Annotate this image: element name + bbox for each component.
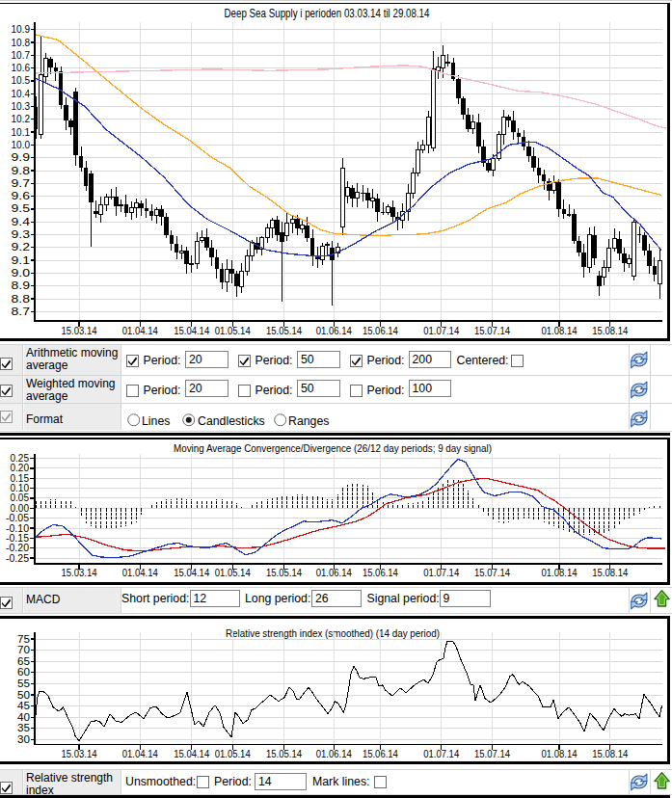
svg-text:10.0: 10.0 — [12, 139, 31, 150]
svg-text:9.3: 9.3 — [12, 228, 31, 240]
svg-text:15.07.14: 15.07.14 — [474, 325, 510, 336]
svg-text:15.08.14: 15.08.14 — [592, 325, 628, 336]
svg-text:9.9: 9.9 — [12, 151, 31, 163]
svg-text:15.06.14: 15.06.14 — [363, 748, 398, 759]
svg-text:01.08.14: 01.08.14 — [542, 567, 578, 578]
svg-text:15.06.14: 15.06.14 — [363, 567, 398, 578]
svg-text:70: 70 — [17, 644, 30, 655]
svg-text:10.9: 10.9 — [12, 23, 31, 35]
svg-text:01.04.14: 01.04.14 — [122, 325, 158, 336]
svg-text:9.2: 9.2 — [12, 241, 31, 253]
svg-text:Deep Sea Supply i perioden 03.: Deep Sea Supply i perioden 03.03.14 til … — [225, 7, 430, 20]
svg-text:8.8: 8.8 — [12, 293, 31, 305]
svg-text:15.06.14: 15.06.14 — [363, 325, 398, 336]
svg-text:Moving Average Convergence/Div: Moving Average Convergence/Divergence (2… — [174, 442, 492, 454]
svg-text:15.08.14: 15.08.14 — [592, 567, 628, 578]
svg-text:15.04.14: 15.04.14 — [174, 325, 209, 336]
svg-text:01.07.14: 01.07.14 — [423, 567, 459, 578]
svg-text:60: 60 — [17, 666, 30, 678]
svg-text:01.04.14: 01.04.14 — [122, 748, 158, 759]
svg-text:15.03.14: 15.03.14 — [62, 325, 97, 336]
svg-text:15.03.14: 15.03.14 — [62, 567, 97, 578]
svg-text:55: 55 — [17, 678, 30, 689]
svg-text:Relative strength index (smoot: Relative strength index (smoothed) (14 d… — [226, 627, 440, 639]
svg-text:01.06.14: 01.06.14 — [316, 325, 352, 336]
svg-text:10.7: 10.7 — [12, 49, 31, 61]
svg-text:01.06.14: 01.06.14 — [316, 567, 352, 578]
svg-text:15.05.14: 15.05.14 — [266, 567, 302, 578]
svg-text:15.03.14: 15.03.14 — [62, 748, 97, 759]
svg-text:01.08.14: 01.08.14 — [542, 325, 578, 336]
svg-text:15.04.14: 15.04.14 — [174, 748, 209, 759]
svg-text:15.04.14: 15.04.14 — [174, 567, 209, 578]
svg-text:01.04.14: 01.04.14 — [122, 567, 158, 578]
svg-text:9.1: 9.1 — [12, 254, 31, 266]
svg-text:01.07.14: 01.07.14 — [423, 748, 459, 759]
svg-text:15.05.14: 15.05.14 — [266, 748, 302, 759]
svg-text:10.3: 10.3 — [12, 100, 31, 112]
svg-text:10.5: 10.5 — [12, 74, 31, 86]
svg-text:9.0: 9.0 — [12, 267, 31, 279]
svg-text:15.08.14: 15.08.14 — [592, 748, 628, 759]
svg-text:15.05.14: 15.05.14 — [266, 325, 302, 336]
svg-text:8.7: 8.7 — [12, 306, 31, 317]
svg-text:10.6: 10.6 — [12, 62, 31, 73]
svg-text:9.4: 9.4 — [12, 216, 31, 227]
svg-text:8.9: 8.9 — [12, 279, 31, 291]
svg-text:30: 30 — [17, 733, 30, 745]
svg-text:9.5: 9.5 — [12, 202, 31, 214]
svg-text:10.8: 10.8 — [12, 37, 31, 48]
svg-text:10.1: 10.1 — [12, 126, 31, 138]
svg-text:50: 50 — [17, 689, 30, 701]
svg-text:65: 65 — [17, 655, 30, 667]
svg-text:9.6: 9.6 — [12, 190, 31, 201]
svg-text:75: 75 — [17, 633, 30, 645]
svg-text:01.07.14: 01.07.14 — [423, 325, 459, 336]
svg-text:01.05.14: 01.05.14 — [215, 748, 251, 759]
svg-text:9.7: 9.7 — [12, 177, 31, 189]
svg-text:35: 35 — [17, 722, 30, 733]
svg-text:9.8: 9.8 — [12, 165, 31, 176]
svg-text:01.08.14: 01.08.14 — [542, 748, 578, 759]
svg-text:15.07.14: 15.07.14 — [474, 567, 510, 578]
svg-text:01.05.14: 01.05.14 — [215, 567, 251, 578]
svg-text:01.06.14: 01.06.14 — [316, 748, 352, 759]
svg-text:10.2: 10.2 — [12, 113, 31, 124]
svg-text:15.07.14: 15.07.14 — [474, 748, 510, 759]
svg-text:01.05.14: 01.05.14 — [215, 325, 251, 336]
svg-text:-0.25: -0.25 — [6, 552, 29, 564]
svg-text:10.4: 10.4 — [12, 88, 31, 99]
svg-text:40: 40 — [17, 711, 30, 723]
svg-text:45: 45 — [17, 700, 30, 711]
